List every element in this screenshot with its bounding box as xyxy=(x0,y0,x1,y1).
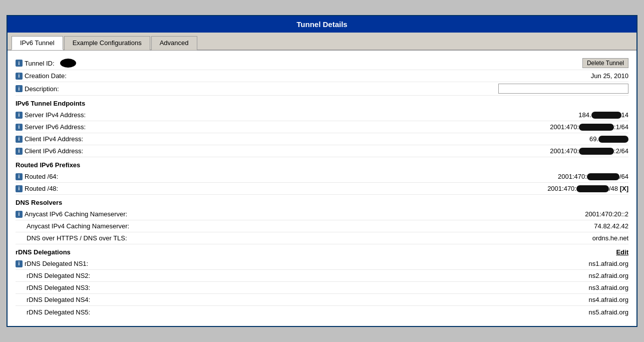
anycast-ipv6-row: i Anycast IPv6 Caching Nameserver: 2001:… xyxy=(16,208,628,220)
tab-example-configurations[interactable]: Example Configurations xyxy=(64,36,150,50)
rdns-ns1-value: ns1.afraid.org xyxy=(589,260,629,267)
window-title: Tunnel Details xyxy=(296,20,347,29)
routed64-label: Routed /64: xyxy=(25,173,58,180)
description-row: i Description: xyxy=(16,82,628,96)
server-ipv6-redacted xyxy=(579,124,614,131)
rdns-ns2-value: ns2.afraid.org xyxy=(589,272,629,279)
delete-tunnel-button[interactable]: Delete Tunnel xyxy=(582,58,628,68)
tunnel-id-row: i Tunnel ID: Delete Tunnel xyxy=(16,57,628,70)
anycast-ipv4-label: Anycast IPv4 Caching Nameserver: xyxy=(27,222,129,230)
rdns-ns1-row: i rDNS Delegated NS1: ns1.afraid.org xyxy=(16,258,628,270)
routed48-row: i Routed /48: 2001:470:/48 [X] xyxy=(16,183,628,195)
routed48-redacted xyxy=(576,185,609,192)
rdns-edit-link[interactable]: Edit xyxy=(616,248,628,256)
routed64-redacted xyxy=(587,173,619,180)
server-ipv6-label: Server IPv6 Address: xyxy=(25,123,86,131)
client-ipv6-redacted xyxy=(579,148,614,155)
rdns-header-label: rDNS Delegations xyxy=(16,248,71,256)
creation-date-row: i Creation Date: Jun 25, 2010 xyxy=(16,70,628,82)
tunnel-id-label: Tunnel ID: xyxy=(25,60,55,67)
rdns-ns4-value: ns4.afraid.org xyxy=(589,296,629,303)
anycast-ipv6-label: Anycast IPv6 Caching Nameserver: xyxy=(25,210,127,218)
rdns-ns2-label: rDNS Delegated NS2: xyxy=(27,272,90,279)
server-ipv4-redacted xyxy=(591,112,621,119)
rdns-ns3-value: ns3.afraid.org xyxy=(589,284,629,291)
rdns-ns4-label: rDNS Delegated NS4: xyxy=(27,296,90,303)
anycast-ipv6-info-icon[interactable]: i xyxy=(16,211,23,218)
dns-https-value: ordns.he.net xyxy=(592,234,628,242)
rdns-ns2-row: rDNS Delegated NS2: ns2.afraid.org xyxy=(16,270,628,282)
creation-date-label: Creation Date: xyxy=(25,72,67,80)
title-bar: Tunnel Details xyxy=(8,16,636,33)
endpoints-header: IPv6 Tunnel Endpoints xyxy=(16,96,628,109)
dns-header: DNS Resolvers xyxy=(16,195,628,208)
rdns-ns5-value: ns5.afraid.org xyxy=(589,308,629,316)
server-ipv4-info-icon[interactable]: i xyxy=(16,112,23,119)
anycast-ipv6-value: 2001:470:20::2 xyxy=(585,210,628,218)
rdns-ns1-label: rDNS Delegated NS1: xyxy=(25,260,88,267)
tunnel-id-redacted xyxy=(60,59,76,68)
main-window: Tunnel Details IPv6 Tunnel Example Confi… xyxy=(7,15,637,327)
dns-https-label: DNS over HTTPS / DNS over TLS: xyxy=(27,234,127,242)
dns-https-row: DNS over HTTPS / DNS over TLS: ordns.he.… xyxy=(16,232,628,244)
routed64-info-icon[interactable]: i xyxy=(16,173,23,180)
anycast-ipv4-row: Anycast IPv4 Caching Nameserver: 74.82.4… xyxy=(16,220,628,232)
client-ipv4-row: i Client IPv4 Address: 69. xyxy=(16,133,628,145)
server-ipv4-row: i Server IPv4 Address: 184.14 xyxy=(16,109,628,121)
server-ipv4-label: Server IPv4 Address: xyxy=(25,111,86,119)
rdns-ns3-row: rDNS Delegated NS3: ns3.afraid.org xyxy=(16,282,628,294)
tab-ipv6-tunnel[interactable]: IPv6 Tunnel xyxy=(12,36,63,50)
server-ipv6-row: i Server IPv6 Address: 2001:470::1/64 xyxy=(16,121,628,133)
rdns-ns3-label: rDNS Delegated NS3: xyxy=(27,284,90,291)
routed48-label: Routed /48: xyxy=(25,185,58,192)
routed64-row: i Routed /64: 2001:470:/64 xyxy=(16,171,628,183)
tab-bar: IPv6 Tunnel Example Configurations Advan… xyxy=(8,33,636,51)
description-input[interactable] xyxy=(498,84,628,94)
routed-header: Routed IPv6 Prefixes xyxy=(16,157,628,171)
server-ipv6-info-icon[interactable]: i xyxy=(16,124,23,131)
creation-date-value: Jun 25, 2010 xyxy=(591,72,628,80)
tunnel-id-info-icon[interactable]: i xyxy=(16,60,23,67)
content-area: i Tunnel ID: Delete Tunnel i Creation Da… xyxy=(8,51,636,326)
creation-date-info-icon[interactable]: i xyxy=(16,73,23,80)
routed48-info-icon[interactable]: i xyxy=(16,185,23,192)
client-ipv6-label: Client IPv6 Address: xyxy=(25,147,83,155)
description-info-icon[interactable]: i xyxy=(16,85,23,92)
rdns-ns4-row: rDNS Delegated NS4: ns4.afraid.org xyxy=(16,294,628,306)
rdns-section-header: rDNS Delegations Edit xyxy=(16,244,628,258)
client-ipv4-label: Client IPv4 Address: xyxy=(25,135,83,143)
client-ipv4-redacted xyxy=(598,136,628,143)
description-label: Description: xyxy=(25,85,59,93)
anycast-ipv4-value: 74.82.42.42 xyxy=(594,222,628,230)
client-ipv6-row: i Client IPv6 Address: 2001:470::2/64 xyxy=(16,145,628,157)
routed48-delete-link[interactable]: [X] xyxy=(620,185,628,192)
rdns-ns5-label: rDNS Delegated NS5: xyxy=(27,308,90,316)
rdns-ns5-row: rDNS Delegated NS5: ns5.afraid.org xyxy=(16,306,628,318)
tab-advanced[interactable]: Advanced xyxy=(151,36,197,50)
rdns-ns1-info-icon[interactable]: i xyxy=(16,260,23,267)
client-ipv4-info-icon[interactable]: i xyxy=(16,136,23,143)
client-ipv6-info-icon[interactable]: i xyxy=(16,148,23,155)
